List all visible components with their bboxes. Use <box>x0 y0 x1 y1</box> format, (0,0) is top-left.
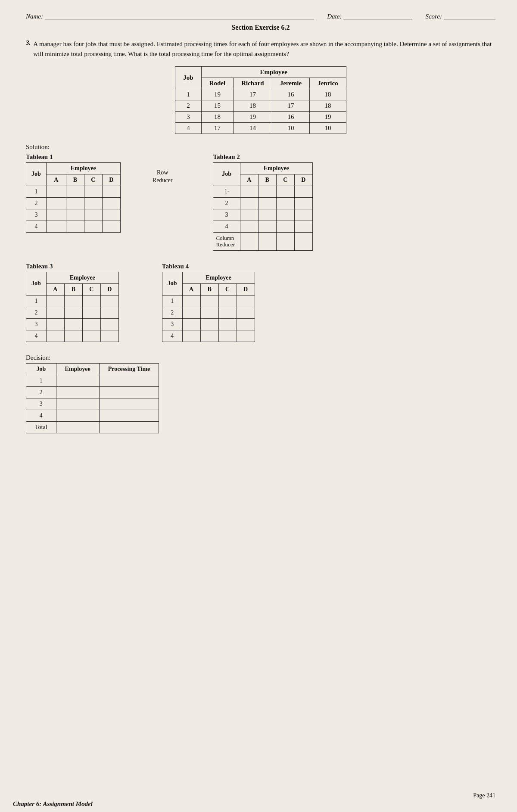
t2-cr-c4 <box>294 232 312 250</box>
t3-col-a: A <box>46 283 64 295</box>
decision-total-row: Total <box>26 421 159 433</box>
decision-label: Decision: <box>26 354 51 361</box>
main-table-r4c3: 10 <box>272 122 310 134</box>
t3-row-1: 1 <box>26 295 119 307</box>
t3-r1c3 <box>82 295 100 307</box>
main-table-r3c4: 19 <box>310 111 346 122</box>
t2-r4c1 <box>240 221 258 232</box>
t3-employee-header: Employee <box>46 272 118 283</box>
t4-employee-header: Employee <box>182 272 255 283</box>
main-table-r1c3: 16 <box>272 89 310 100</box>
main-table-r4c1: 17 <box>201 122 234 134</box>
problem-number: 3. <box>26 39 31 47</box>
t4-r2c4 <box>237 307 255 318</box>
main-table-row-2: 2 15 18 17 18 <box>175 100 346 111</box>
tableau3-table: Job Employee A B C D 1 <box>26 272 119 342</box>
t2-job-1: 1· <box>213 186 240 197</box>
t2-r3c3 <box>276 209 294 221</box>
t2-job-3: 3 <box>213 209 240 221</box>
t3-r3c4 <box>100 318 118 330</box>
t2-employee-header: Employee <box>240 162 312 174</box>
main-table-job-1: 1 <box>175 89 201 100</box>
main-table-r3c3: 16 <box>272 111 310 122</box>
main-table-container: Job Employee Rodel Richard Jeremie Jenri… <box>26 66 495 134</box>
t4-r2c1 <box>182 307 200 318</box>
t4-col-c: C <box>218 283 237 295</box>
tableau3-block: Tableau 3 Job Employee A B C D <box>26 263 119 342</box>
t1-r4c2 <box>66 221 84 232</box>
t3-r1c4 <box>100 295 118 307</box>
decision-job-header: Job <box>26 363 56 375</box>
t1-row-1: 1 <box>26 186 121 197</box>
t3-job-2: 2 <box>26 307 47 318</box>
tableau-row-1: Tableau 1 Job Employee A B C D <box>26 153 495 251</box>
t2-r1c3 <box>276 186 294 197</box>
main-table-job-3: 3 <box>175 111 201 122</box>
decision-time-2 <box>99 386 159 398</box>
t1-r3c4 <box>102 209 120 221</box>
t1-r2c4 <box>102 197 120 209</box>
t3-job-4: 4 <box>26 330 47 342</box>
t4-r3c3 <box>218 318 237 330</box>
t1-col-a: A <box>46 174 66 186</box>
t4-r4c1 <box>182 330 200 342</box>
t1-r4c3 <box>84 221 102 232</box>
name-label: Name: <box>26 13 43 20</box>
decision-employee-header: Employee <box>56 363 99 375</box>
main-table-r2c4: 18 <box>310 100 346 111</box>
solution-area: Solution: Tableau 1 Job Employee A B C D <box>26 143 495 433</box>
t2-cr-c3 <box>276 232 294 250</box>
t3-r2c4 <box>100 307 118 318</box>
t2-cr-c2 <box>258 232 276 250</box>
t4-row-1: 1 <box>162 295 255 307</box>
t3-row-3: 3 <box>26 318 119 330</box>
decision-section: Decision: Job Employee Processing Time 1… <box>26 354 495 433</box>
t1-col-c: C <box>84 174 102 186</box>
t3-r4c2 <box>64 330 82 342</box>
t2-r3c1 <box>240 209 258 221</box>
t4-col-b: B <box>200 283 218 295</box>
section-title: Section Exercise 6.2 <box>26 24 495 31</box>
t2-col-reducer-label: ColumnReducer <box>213 232 240 250</box>
main-table-job-header: Job <box>175 66 201 89</box>
t2-row-2: 2 <box>213 197 312 209</box>
t1-job-2: 2 <box>26 197 47 209</box>
tableau2-block: Tableau 2 Job Employee A B C D <box>213 153 312 251</box>
t3-col-d: D <box>100 283 118 295</box>
t2-r4c3 <box>276 221 294 232</box>
t4-r1c1 <box>182 295 200 307</box>
t3-r4c3 <box>82 330 100 342</box>
t3-col-b: B <box>64 283 82 295</box>
t2-job-4: 4 <box>213 221 240 232</box>
t2-job-2: 2 <box>213 197 240 209</box>
t3-job-1: 1 <box>26 295 47 307</box>
t2-r2c2 <box>258 197 276 209</box>
t4-col-a: A <box>182 283 200 295</box>
main-table-r1c1: 19 <box>201 89 234 100</box>
t4-r3c4 <box>237 318 255 330</box>
tableau3-title: Tableau 3 <box>26 263 119 270</box>
t1-row-3: 3 <box>26 209 121 221</box>
t1-job-header: Job <box>26 162 47 186</box>
t1-r2c1 <box>46 197 66 209</box>
decision-row-3: 3 <box>26 398 159 410</box>
t4-job-2: 2 <box>162 307 182 318</box>
decision-job-4: 4 <box>26 410 56 421</box>
row-reducer-label: RowReducer <box>146 169 179 184</box>
t4-row-2: 2 <box>162 307 255 318</box>
decision-row-4: 4 <box>26 410 159 421</box>
t1-r3c1 <box>46 209 66 221</box>
tableau4-block: Tableau 4 Job Employee A B C D <box>162 263 255 342</box>
tableau-row-2: Tableau 3 Job Employee A B C D <box>26 263 495 342</box>
t1-r4c1 <box>46 221 66 232</box>
decision-job-1: 1 <box>26 375 56 386</box>
decision-processing-header: Processing Time <box>99 363 159 375</box>
tableau4-table: Job Employee A B C D 1 <box>162 272 255 342</box>
t2-row-1: 1· <box>213 186 312 197</box>
date-underline <box>343 19 412 19</box>
problem-text: A manager has four jobs that must be ass… <box>33 39 495 59</box>
main-table-row-3: 3 18 19 16 19 <box>175 111 346 122</box>
t2-r2c3 <box>276 197 294 209</box>
t2-col-d: D <box>294 174 312 186</box>
score-underline <box>444 19 495 19</box>
